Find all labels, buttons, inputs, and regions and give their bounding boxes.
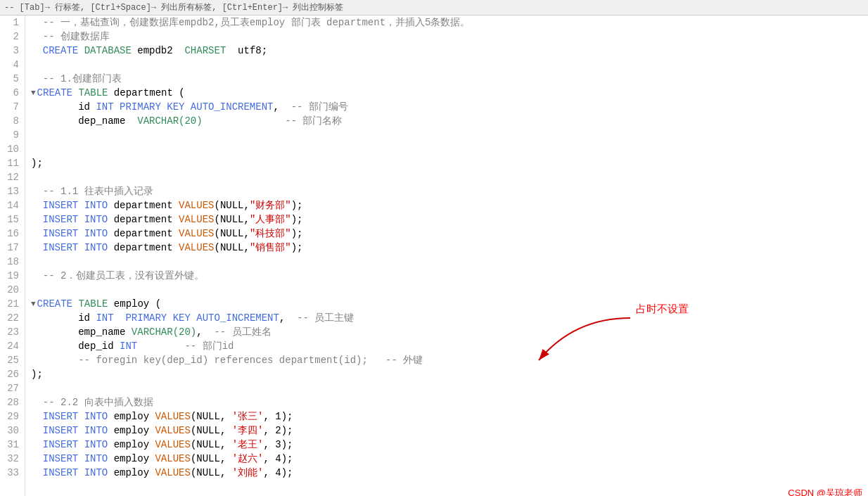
code-line: INSERT INTO department VALUES(NULL,"财务部"… [31, 198, 868, 212]
code-line: ); [31, 156, 868, 170]
code-line: dep_id INT -- 部门id [31, 339, 868, 353]
code-line: INSERT INTO department VALUES(NULL,"科技部"… [31, 227, 868, 241]
toolbar-text: -- [Tab]→ 行标签, [Ctrl+Space]→ 列出所有标签, [Ct… [4, 3, 343, 13]
code-container: 12345 678910 1112131415 1617181920 21222… [0, 15, 868, 496]
code-line: INSERT INTO department VALUES(NULL,"销售部"… [31, 241, 868, 255]
arrow-annotation [518, 311, 644, 374]
code-line: -- 1.创建部门表 [31, 72, 868, 86]
csdn-watermark: CSDN @吴琼老师 [788, 487, 862, 496]
code-line: id INT PRIMARY KEY AUTO_INCREMENT, -- 员工… [31, 311, 868, 325]
code-line: INSERT INTO employ VALUES(NULL, '老王', 3)… [31, 438, 868, 452]
code-line: ▼CREATE TABLE employ ( [31, 297, 868, 311]
code-line [31, 170, 868, 184]
code-line [31, 128, 868, 142]
toolbar: -- [Tab]→ 行标签, [Ctrl+Space]→ 列出所有标签, [Ct… [0, 0, 868, 15]
code-line: id INT PRIMARY KEY AUTO_INCREMENT, -- 部门… [31, 100, 868, 114]
code-line: ▼CREATE TABLE department ( [31, 86, 868, 100]
line-numbers: 12345 678910 1112131415 1617181920 21222… [0, 15, 25, 496]
code-line: emp_name VARCHAR(20), -- 员工姓名 [31, 325, 868, 339]
code-line: -- foregin key(dep_id) references depart… [31, 353, 868, 367]
code-line: ); [31, 367, 868, 381]
code-line: -- 2．创建员工表，没有设置外键。 [31, 269, 868, 283]
code-area[interactable]: -- 一，基础查询，创建数据库empdb2,员工表employ 部门表 depa… [25, 15, 868, 496]
code-line: INSERT INTO employ VALUES(NULL, '张三', 1)… [31, 409, 868, 424]
code-line [31, 142, 868, 156]
code-line: dep_name VARCHAR(20) -- 部门名称 [31, 114, 868, 128]
code-line: INSERT INTO employ VALUES(NULL, '李四', 2)… [31, 424, 868, 438]
code-line: -- 2.2 向表中插入数据 [31, 395, 868, 409]
code-line: -- 1.1 往表中插入记录 [31, 184, 868, 198]
code-line [31, 255, 868, 269]
code-line [31, 283, 868, 297]
code-line: INSERT INTO employ VALUES(NULL, '刘能', 4)… [31, 466, 868, 480]
code-line [31, 381, 868, 395]
code-line: -- 创建数据库 [31, 30, 868, 44]
code-line [31, 58, 868, 72]
code-line: CREATE DATABASE empdb2 CHARSET utf8; [31, 44, 868, 58]
code-line: -- 一，基础查询，创建数据库empdb2,员工表employ 部门表 depa… [31, 15, 868, 30]
code-line: INSERT INTO employ VALUES(NULL, '赵六', 4)… [31, 452, 868, 466]
code-line: INSERT INTO department VALUES(NULL,"人事部"… [31, 212, 868, 227]
